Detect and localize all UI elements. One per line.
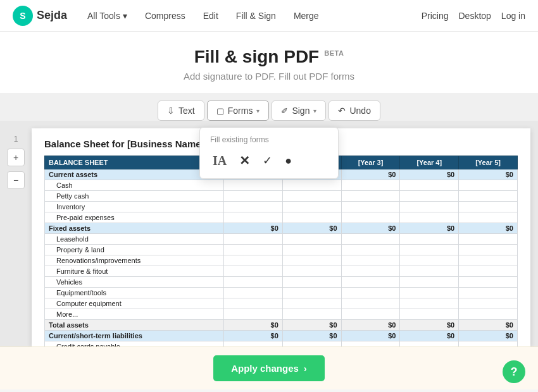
- table-row: Pre-paid expenses: [45, 212, 518, 223]
- logo-icon: S: [13, 6, 33, 26]
- table-row: Petty cash: [45, 191, 518, 202]
- dropdown-check-icon[interactable]: ✓: [260, 151, 275, 170]
- forms-icon: ▢: [216, 106, 224, 116]
- balance-sheet-table: BALANCE SHEET[Year 1][Year 2][Year 3][Ye…: [44, 156, 518, 346]
- dropdown-header: Fill existing forms: [205, 133, 333, 148]
- page-sidebar: 1 + −: [0, 128, 32, 346]
- forms-chevron-icon: ▾: [256, 107, 260, 114]
- navbar: S Sejda All Tools ▾ Compress Edit Fill &…: [0, 0, 538, 32]
- dropdown-text-icon[interactable]: IA: [210, 151, 229, 171]
- table-row: Current/short-term liabilities$0$0$0$0$0: [45, 331, 518, 341]
- table-body: Current assets$0$0$0$0$0CashPetty cashIn…: [45, 169, 518, 347]
- table-row: Furniture & fitout: [45, 266, 518, 277]
- table-row: Total assets$0$0$0$0$0: [45, 320, 518, 331]
- page-title: Fill & sign PDF BETA: [0, 47, 538, 67]
- dropdown-dot-icon[interactable]: ●: [282, 152, 294, 170]
- table-row: Leasehold: [45, 234, 518, 245]
- logo-area[interactable]: S Sejda: [13, 6, 67, 26]
- text-button[interactable]: ⇩ Text: [158, 101, 204, 121]
- zoom-out-button[interactable]: −: [7, 171, 25, 189]
- table-row: Vehicles: [45, 277, 518, 288]
- page-number: 1: [14, 135, 18, 144]
- nav-login[interactable]: Log in: [501, 11, 525, 21]
- help-button[interactable]: ?: [503, 360, 525, 383]
- nav-links: All Tools ▾ Compress Edit Fill & Sign Me…: [80, 7, 422, 25]
- sign-button[interactable]: ✐ Sign ▾: [272, 101, 326, 121]
- nav-pricing[interactable]: Pricing: [422, 11, 449, 21]
- apply-changes-button[interactable]: Apply changes ›: [213, 355, 325, 381]
- beta-badge: BETA: [324, 49, 344, 57]
- col-year-4: [Year 4]: [400, 156, 459, 169]
- chevron-down-icon: ▾: [123, 11, 127, 21]
- table-row: Renovations/improvements: [45, 255, 518, 266]
- hero-subtitle: Add signature to PDF. Fill out PDF forms: [0, 71, 538, 82]
- col-label: BALANCE SHEET: [45, 156, 224, 169]
- undo-icon: ↶: [338, 106, 346, 116]
- undo-button[interactable]: ↶ Undo: [328, 101, 380, 121]
- nav-desktop[interactable]: Desktop: [458, 11, 491, 21]
- nav-compress[interactable]: Compress: [137, 7, 193, 25]
- sign-chevron-icon: ▾: [313, 107, 316, 114]
- brand-name: Sejda: [37, 9, 67, 22]
- nav-fill-sign[interactable]: Fill & Sign: [228, 7, 284, 25]
- hero-section: Fill & sign PDF BETA Add signature to PD…: [0, 32, 538, 93]
- dropdown-icons: IA ✕ ✓ ●: [205, 148, 333, 173]
- table-row: Property & land: [45, 245, 518, 255]
- zoom-in-button[interactable]: +: [7, 149, 25, 166]
- table-row: Cash: [45, 180, 518, 191]
- table-row: Computer equipment: [45, 298, 518, 309]
- table-row: Inventory: [45, 202, 518, 212]
- dropdown-x-icon[interactable]: ✕: [237, 150, 253, 171]
- table-row: Equipment/tools: [45, 288, 518, 298]
- toolbar: ⇩ Text ▢ Forms ▾ ✐ Sign ▾ ↶ Undo Fill ex…: [158, 101, 380, 121]
- nav-merge[interactable]: Merge: [286, 7, 327, 25]
- table-row: Credit cards payable: [45, 341, 518, 347]
- forms-button[interactable]: ▢ Forms ▾: [207, 101, 270, 121]
- toolbar-area: ⇩ Text ▢ Forms ▾ ✐ Sign ▾ ↶ Undo Fill ex…: [0, 93, 538, 121]
- text-cursor-icon: ⇩: [167, 106, 175, 116]
- apply-arrow-icon: ›: [304, 363, 307, 374]
- forms-dropdown: Fill existing forms IA ✕ ✓ ●: [199, 127, 339, 179]
- nav-edit[interactable]: Edit: [196, 7, 226, 25]
- apply-changes-bar: Apply changes › ?: [0, 346, 538, 389]
- table-row: More...: [45, 309, 518, 320]
- table-row: Fixed assets$0$0$0$0$0: [45, 223, 518, 234]
- nav-all-tools[interactable]: All Tools ▾: [80, 7, 135, 25]
- col-year-5: [Year 5]: [459, 156, 518, 169]
- sign-icon: ✐: [281, 106, 288, 116]
- nav-right: Pricing Desktop Log in: [422, 11, 525, 21]
- col-year-3: [Year 3]: [341, 156, 400, 169]
